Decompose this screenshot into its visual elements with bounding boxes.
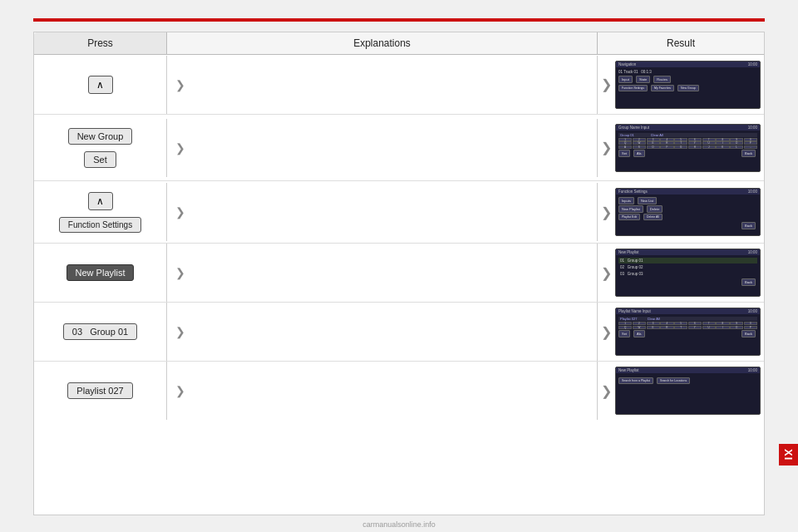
- group01-button[interactable]: 03 Group 01: [63, 323, 137, 340]
- header-result: Result: [598, 32, 764, 54]
- mini-screen-header-3: Function Settings10:00: [616, 189, 760, 195]
- mini-screen-6: New Playlist10:00 Search from a Playlist…: [615, 367, 761, 415]
- press-header-label: Press: [87, 37, 113, 49]
- header-row: Press Explanations Result: [34, 32, 764, 55]
- row-1: ∧ ❯ ❯ Navigation10:00 01 Track 01 00:1:3…: [34, 55, 764, 115]
- set-button[interactable]: Set: [84, 151, 116, 168]
- arrow-up-button-3[interactable]: ∧: [88, 192, 113, 210]
- main-container: Press Explanations Result ∧ ❯ ❯ Navigati…: [33, 32, 765, 515]
- result-cell-6: ❯ New Playlist10:00 Search from a Playli…: [598, 362, 764, 420]
- press-cell-2: New Group Set: [34, 119, 167, 177]
- press-arrow-4: ❯: [175, 266, 185, 279]
- header-explanations: Explanations: [167, 32, 598, 54]
- mini-screen-body-4: 01 Group 01 02 Group 02 03 Group 03 Back: [616, 255, 760, 288]
- watermark: carmanualsonline.info: [0, 520, 798, 529]
- mini-screen-body-1: 01 Track 01 00:1:3 Input State Routes Fu…: [616, 67, 760, 94]
- mini-screen-3: Function Settings10:00 Inputs New List N…: [615, 188, 761, 236]
- explanations-cell-5: ❯: [167, 303, 598, 361]
- chevron-up-icon: ∧: [96, 80, 104, 90]
- mini-screen-4: New Playlist10:00 01 Group 01 02 Group 0…: [615, 249, 761, 297]
- press-arrow-2: ❯: [175, 141, 185, 155]
- mini-screen-header-1: Navigation10:00: [616, 62, 760, 67]
- row-2: New Group Set ❯ ❯ Group Name Input10:00 …: [34, 115, 764, 181]
- header-press: Press: [34, 32, 167, 54]
- function-settings-button[interactable]: Function Settings: [59, 217, 141, 233]
- result-cell-1: ❯ Navigation10:00 01 Track 01 00:1:3 Inp…: [598, 56, 764, 114]
- result-cell-5: ❯ Playlist Name Input10:00 Playlist 027 …: [598, 303, 764, 361]
- chevron-up-icon-3: ∧: [96, 196, 104, 206]
- mini-screen-header-6: New Playlist10:00: [616, 367, 760, 373]
- result-cell-4: ❯ New Playlist10:00 01 Group 01 02 Group…: [598, 244, 764, 302]
- new-playlist-button[interactable]: New Playlist: [66, 264, 135, 281]
- press-cell-6: Playlist 027: [34, 362, 167, 420]
- explanations-header-label: Explanations: [353, 37, 411, 49]
- press-arrow-1: ❯: [175, 78, 185, 91]
- xi-tab: XI: [779, 444, 798, 466]
- playlist027-button[interactable]: Playlist 027: [67, 382, 132, 399]
- explanations-cell-1: ❯: [167, 56, 598, 114]
- row-3: ∧ Function Settings ❯ ❯ Function Setting…: [34, 181, 764, 244]
- mini-screen-body-6: Search from a Playlist Search for Locati…: [616, 373, 760, 388]
- xi-label: XI: [782, 449, 795, 461]
- row-5: 03 Group 01 ❯ ❯ Playlist Name Input10:00…: [34, 303, 764, 362]
- mini-input-5: Playlist 027 Clear All: [618, 317, 757, 321]
- press-arrow-5: ❯: [175, 325, 185, 338]
- result-arrow-3: ❯: [601, 204, 612, 220]
- mini-screen-header-4: New Playlist10:00: [616, 249, 760, 255]
- press-arrow-3: ❯: [175, 205, 185, 219]
- explanations-cell-2: ❯: [167, 119, 598, 177]
- explanations-cell-6: ❯: [167, 362, 598, 420]
- mini-screen-header-2: Group Name Input10:00: [616, 125, 760, 131]
- result-arrow-2: ❯: [601, 140, 612, 155]
- result-arrow-1: ❯: [601, 76, 612, 92]
- mini-screen-header-5: Playlist Name Input10:00: [616, 308, 760, 314]
- mini-screen-2: Group Name Input10:00 Group 01 Clear All…: [615, 124, 761, 172]
- mini-input-2: Group 01 Clear All: [618, 133, 757, 137]
- mini-keyboard-2: 123 456 7890 QWE RTY UIOP ASD FGH JKL-: [618, 138, 757, 149]
- result-cell-2: ❯ Group Name Input10:00 Group 01 Clear A…: [598, 119, 764, 177]
- mini-screen-body-2: Group 01 Clear All 123 456 7890 QWE RTY …: [616, 131, 760, 159]
- press-cell-1: ∧: [34, 56, 167, 114]
- press-cell-3: ∧ Function Settings: [34, 183, 167, 241]
- new-group-button[interactable]: New Group: [68, 128, 133, 145]
- press-cell-4: New Playlist: [34, 244, 167, 302]
- mini-screen-1: Navigation10:00 01 Track 01 00:1:3 Input…: [615, 61, 761, 109]
- mini-screen-5: Playlist Name Input10:00 Playlist 027 Cl…: [615, 308, 761, 356]
- press-arrow-6: ❯: [175, 384, 185, 397]
- result-arrow-6: ❯: [601, 383, 612, 399]
- explanations-cell-4: ❯: [167, 244, 598, 302]
- mini-keyboard-5: 123 456 7890 QWE RTY UIOP: [618, 322, 757, 329]
- press-cell-5: 03 Group 01: [34, 303, 167, 361]
- result-arrow-4: ❯: [601, 265, 612, 281]
- red-bar: [33, 18, 765, 22]
- mini-screen-body-3: Inputs New List New Playlist Delete Play…: [616, 195, 760, 231]
- mini-screen-body-5: Playlist 027 Clear All 123 456 7890 QWE …: [616, 314, 760, 339]
- watermark-text: carmanualsonline.info: [362, 520, 436, 529]
- result-cell-3: ❯ Function Settings10:00 Inputs New List…: [598, 183, 764, 241]
- row-6: Playlist 027 ❯ ❯ New Playlist10:00 Searc…: [34, 362, 764, 420]
- explanations-cell-3: ❯: [167, 183, 598, 241]
- arrow-up-button-1[interactable]: ∧: [88, 76, 113, 94]
- result-header-label: Result: [667, 37, 695, 49]
- row-4: New Playlist ❯ ❯ New Playlist10:00 01 Gr…: [34, 244, 764, 303]
- result-arrow-5: ❯: [601, 324, 612, 340]
